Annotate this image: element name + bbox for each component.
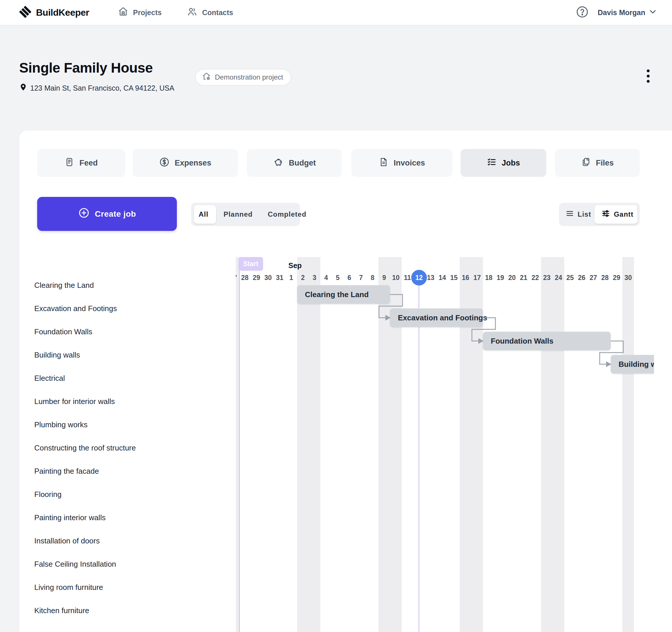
view-list[interactable]: List xyxy=(559,209,596,219)
house-star-icon xyxy=(201,71,211,83)
top-navbar: BuildKeeper Projects Contacts Davis Morg… xyxy=(0,0,672,26)
task-name: Plumbing works xyxy=(34,420,88,429)
tab-label: Invoices xyxy=(393,159,425,168)
nav-item-label: Contacts xyxy=(202,8,233,17)
project-address: 123 Main St, San Francisco, CA 94122, US… xyxy=(30,84,174,92)
task-name: Excavation and Footings xyxy=(34,304,117,313)
tab-files[interactable]: Files xyxy=(555,149,640,177)
tab-label: Feed xyxy=(79,159,98,168)
gantt-chart[interactable]: StartSep27282930311234567891011121213141… xyxy=(236,255,654,632)
files-icon xyxy=(581,157,591,169)
people-icon xyxy=(187,6,197,19)
tab-jobs[interactable]: Jobs xyxy=(461,149,546,177)
status-filter: All Planned Completed xyxy=(191,203,300,226)
dependency-connectors xyxy=(236,255,654,632)
filter-all[interactable]: All xyxy=(191,210,216,218)
task-name: Installation of doors xyxy=(34,536,100,545)
demonstration-badge: Demonstration project xyxy=(195,69,291,86)
tab-budget[interactable]: Budget xyxy=(247,149,342,177)
create-job-label: Create job xyxy=(95,209,136,219)
tab-label: Jobs xyxy=(502,159,520,168)
task-name: Painting interior walls xyxy=(34,513,106,522)
plus-circle-icon xyxy=(78,207,90,221)
task-name: Flooring xyxy=(34,490,62,499)
task-name: Painting the facade xyxy=(34,466,99,476)
user-menu[interactable]: Davis Morgan xyxy=(598,7,657,18)
nav-item-projects[interactable]: Projects xyxy=(118,0,162,25)
view-toggle: List Gantt xyxy=(559,203,640,226)
create-job-button[interactable]: Create job xyxy=(37,197,177,231)
project-address-row: 123 Main St, San Francisco, CA 94122, US… xyxy=(19,83,174,93)
nav-item-label: Projects xyxy=(133,8,162,17)
buildkeeper-logo-icon xyxy=(19,5,32,20)
task-name: Foundation Walls xyxy=(34,327,92,336)
house-icon xyxy=(118,6,128,19)
task-name: Building walls xyxy=(34,350,80,359)
tab-label: Budget xyxy=(289,159,316,168)
task-name: Kitchen furniture xyxy=(34,606,89,615)
task-name: Constructing the roof structure xyxy=(34,443,136,452)
gantt-sliders-icon xyxy=(601,209,610,220)
dollar-circle-icon xyxy=(159,157,170,169)
checklist-icon xyxy=(487,157,497,169)
location-pin-icon xyxy=(19,83,27,93)
jobs-card: Feed Expenses Budget Invoices Jobs Files… xyxy=(20,131,672,632)
filter-completed[interactable]: Completed xyxy=(260,210,314,218)
tab-label: Files xyxy=(596,159,614,168)
task-name: Electrical xyxy=(34,374,65,383)
user-name: Davis Morgan xyxy=(598,8,645,17)
task-name: Clearing the Land xyxy=(34,281,94,290)
brand[interactable]: BuildKeeper xyxy=(19,0,89,25)
task-name: False Ceiling Installation xyxy=(34,559,116,569)
brand-name: BuildKeeper xyxy=(36,7,89,18)
project-kebab-menu[interactable] xyxy=(642,67,654,85)
list-icon xyxy=(566,209,574,219)
tab-expenses[interactable]: Expenses xyxy=(133,149,238,177)
badge-label: Demonstration project xyxy=(215,73,283,81)
task-name: Living room furniture xyxy=(34,583,103,592)
tab-invoices[interactable]: Invoices xyxy=(352,149,453,177)
invoice-icon xyxy=(379,157,389,169)
nav-item-contacts[interactable]: Contacts xyxy=(187,0,233,25)
tab-feed[interactable]: Feed xyxy=(37,149,125,177)
task-name: Lumber for interior walls xyxy=(34,397,115,406)
help-icon[interactable] xyxy=(576,5,589,20)
view-gantt[interactable]: Gantt xyxy=(596,209,639,220)
chevron-down-icon xyxy=(649,7,657,18)
piggy-bank-icon xyxy=(273,157,284,170)
feed-icon xyxy=(65,157,74,169)
tab-label: Expenses xyxy=(174,159,211,168)
filter-planned[interactable]: Planned xyxy=(216,210,260,218)
page-title: Single Family House xyxy=(19,60,153,76)
